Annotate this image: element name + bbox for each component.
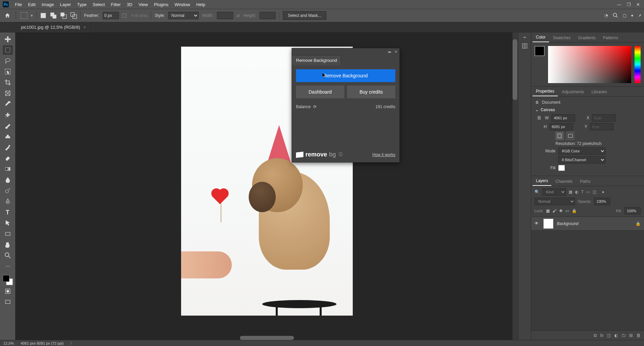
landscape-orientation-button[interactable] bbox=[566, 132, 574, 140]
layer-filter-select[interactable]: Kind bbox=[542, 188, 566, 196]
search-icon[interactable] bbox=[613, 13, 618, 19]
swap-icon[interactable]: ⇄ bbox=[237, 13, 240, 18]
clone-stamp-tool[interactable] bbox=[3, 132, 13, 141]
tab-properties[interactable]: Properties bbox=[532, 87, 558, 96]
minimize-icon[interactable]: — bbox=[617, 2, 621, 7]
dashboard-button[interactable]: Dashboard bbox=[296, 85, 344, 98]
path-selection-tool[interactable] bbox=[3, 218, 13, 228]
adjustment-layer-icon[interactable]: ◐ bbox=[614, 333, 618, 338]
home-button[interactable] bbox=[3, 11, 12, 20]
dodge-tool[interactable] bbox=[3, 186, 13, 195]
document-dimensions[interactable]: 4061 pxx 6091 px (72 ppi) bbox=[21, 341, 64, 345]
canvas-area[interactable]: ◂▸ ✕ Remove Background Remove Background… bbox=[16, 32, 518, 340]
info-icon[interactable]: ⓘ bbox=[339, 152, 343, 157]
buy-credits-button[interactable]: Buy credits bbox=[347, 85, 395, 98]
fill-color-swatch[interactable] bbox=[558, 165, 565, 171]
healing-brush-tool[interactable] bbox=[3, 110, 13, 120]
vertical-scrollbar-thumb[interactable] bbox=[513, 39, 517, 100]
new-selection-icon[interactable] bbox=[40, 12, 47, 19]
menu-layer[interactable]: Layer bbox=[57, 1, 74, 8]
tab-swatches[interactable]: Swatches bbox=[550, 33, 574, 42]
tab-gradients[interactable]: Gradients bbox=[575, 33, 599, 42]
feather-input[interactable] bbox=[103, 12, 119, 19]
share-icon[interactable]: ↗ bbox=[638, 13, 641, 18]
panel-close-icon[interactable]: ✕ bbox=[394, 50, 397, 54]
tab-adjustments[interactable]: Adjustments bbox=[559, 88, 588, 96]
hue-slider[interactable] bbox=[635, 46, 641, 83]
canvas-section-toggle[interactable]: ⌄ Canvas bbox=[535, 107, 640, 112]
how-it-works-link[interactable]: How it works bbox=[372, 152, 395, 157]
layer-mask-icon[interactable]: ◫ bbox=[607, 333, 611, 338]
tab-libraries[interactable]: Libraries bbox=[588, 88, 611, 96]
layer-lock-icon[interactable]: 🔒 bbox=[636, 221, 641, 226]
foreground-color-swatch[interactable] bbox=[3, 275, 9, 282]
filter-adjustment-icon[interactable]: ◐ bbox=[575, 190, 578, 194]
status-chevron-icon[interactable]: 〉 bbox=[70, 341, 74, 346]
canvas-width-input[interactable] bbox=[551, 114, 575, 122]
menu-filter[interactable]: Filter bbox=[108, 1, 123, 8]
refresh-icon[interactable]: ⟳ bbox=[313, 104, 317, 109]
menu-edit[interactable]: Edit bbox=[25, 1, 38, 8]
current-color-swatch[interactable] bbox=[535, 46, 545, 56]
quick-mask-icon[interactable] bbox=[3, 287, 13, 296]
zoom-tool[interactable] bbox=[3, 251, 13, 260]
gradient-tool[interactable] bbox=[3, 164, 13, 174]
menu-3d[interactable]: 3D bbox=[124, 1, 135, 8]
tab-color[interactable]: Color bbox=[532, 33, 549, 42]
edit-toolbar-icon[interactable]: ⋯ bbox=[3, 262, 13, 271]
lasso-tool[interactable] bbox=[3, 56, 13, 66]
menu-type[interactable]: Type bbox=[74, 1, 89, 8]
menu-select[interactable]: Select bbox=[90, 1, 107, 8]
remove-background-button[interactable]: Remove Background bbox=[296, 69, 395, 82]
menu-image[interactable]: Image bbox=[39, 1, 56, 8]
filter-type-icon[interactable]: T bbox=[581, 190, 584, 194]
eyedropper-tool[interactable] bbox=[3, 99, 13, 109]
new-layer-icon[interactable]: ⊞ bbox=[629, 333, 633, 338]
layer-row[interactable]: 👁 Background 🔒 bbox=[531, 217, 644, 230]
blend-mode-select[interactable]: Normal bbox=[535, 198, 575, 205]
type-tool[interactable]: T bbox=[3, 207, 13, 217]
frame-tool[interactable] bbox=[3, 89, 13, 98]
menu-file[interactable]: File bbox=[12, 1, 25, 8]
vertical-scrollbar-track[interactable] bbox=[513, 32, 518, 340]
bit-depth-select[interactable]: 8 Bits/Channel bbox=[558, 156, 605, 164]
screen-mode-icon[interactable] bbox=[3, 297, 13, 307]
tab-patterns[interactable]: Patterns bbox=[600, 33, 622, 42]
rectangular-marquee-tool[interactable] bbox=[3, 45, 13, 55]
chevron-down-icon[interactable]: ▾ bbox=[31, 13, 33, 18]
move-tool[interactable] bbox=[3, 34, 13, 44]
panel-collapse-icon[interactable]: ◂▸ bbox=[388, 50, 392, 54]
add-selection-icon[interactable] bbox=[50, 12, 57, 19]
link-icon[interactable]: ⛓ bbox=[537, 116, 541, 120]
marquee-preset-icon[interactable] bbox=[21, 12, 27, 19]
select-and-mask-button[interactable]: Select and Mask... bbox=[283, 11, 326, 20]
fill-input[interactable] bbox=[624, 207, 641, 215]
hand-tool[interactable] bbox=[3, 240, 13, 249]
tab-layers[interactable]: Layers bbox=[532, 176, 551, 186]
canvas-height-input[interactable] bbox=[549, 123, 573, 130]
zoom-level[interactable]: 12,5% bbox=[3, 341, 14, 345]
menu-help[interactable]: Help bbox=[194, 1, 208, 8]
layer-thumbnail[interactable] bbox=[543, 219, 553, 229]
tab-channels[interactable]: Channels bbox=[552, 177, 576, 186]
object-selection-tool[interactable] bbox=[3, 67, 13, 76]
tab-paths[interactable]: Paths bbox=[577, 177, 594, 186]
link-layers-icon[interactable]: ⧉ bbox=[594, 333, 597, 338]
horizontal-scrollbar[interactable] bbox=[240, 336, 294, 340]
subtract-selection-icon[interactable] bbox=[60, 12, 67, 19]
lock-all-icon[interactable]: 🔒 bbox=[572, 208, 577, 213]
visibility-toggle-icon[interactable]: 👁 bbox=[535, 221, 540, 226]
blur-tool[interactable] bbox=[3, 175, 13, 184]
plugin-tab[interactable]: Remove Background bbox=[292, 55, 341, 65]
lock-artboard-icon[interactable]: ▭ bbox=[565, 208, 569, 213]
history-panel-icon[interactable] bbox=[521, 42, 528, 50]
lock-transparency-icon[interactable]: ▦ bbox=[546, 208, 550, 213]
workspace-chevron-icon[interactable]: ▾ bbox=[631, 13, 633, 18]
filter-shape-icon[interactable]: ▭ bbox=[586, 190, 590, 194]
opacity-input[interactable] bbox=[594, 198, 610, 205]
rectangle-tool[interactable] bbox=[3, 229, 13, 239]
history-brush-tool[interactable] bbox=[3, 143, 13, 152]
cloud-sync-icon[interactable]: ◔ bbox=[604, 13, 608, 18]
style-select[interactable]: Normal bbox=[168, 12, 199, 19]
portrait-orientation-button[interactable] bbox=[555, 132, 564, 140]
